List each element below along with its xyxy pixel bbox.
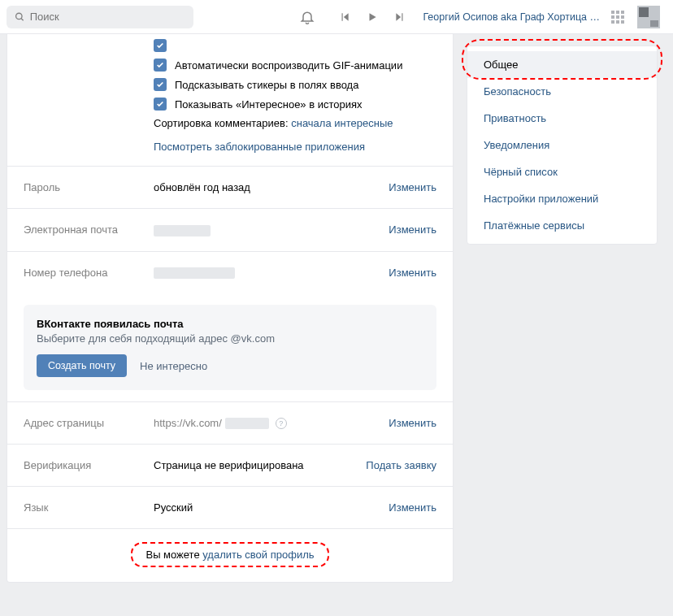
avatar[interactable] [637,6,660,28]
checkbox-label: Показывать «Интересное» в историях [175,98,363,111]
address-label: Адрес страницы [24,417,154,429]
verification-label: Верификация [24,459,154,471]
sidebar-container: Общее Безопасность Приватность Уведомлен… [467,46,658,245]
password-change-link[interactable]: Изменить [389,181,436,193]
mail-banner: ВКонтакте появилась почта Выберите для с… [24,305,436,390]
email-label: Электронная почта [24,223,154,236]
prev-track-icon[interactable] [333,6,356,28]
blocked-apps-link[interactable]: Посмотреть заблокированные приложения [154,141,365,153]
address-value: https://vk.com/ ? [154,417,389,429]
sidebar-item-notifications[interactable]: Уведомления [467,132,657,158]
comment-sort-row: Сортировка комментариев: сначала интерес… [24,114,436,132]
sort-value-link[interactable]: сначала интересные [291,117,393,129]
password-label: Пароль [24,181,154,193]
checkbox-icon [154,39,167,52]
not-interested-button[interactable]: Не интересно [140,360,207,372]
app-header: Георгий Осипов aka Граф Хортица … [0,0,673,34]
apps-grid-icon[interactable] [606,6,629,28]
notifications-icon[interactable] [296,6,319,28]
svg-line-1 [21,18,24,20]
mail-banner-title: ВКонтакте появилась почта [37,318,423,330]
checkbox-icon [154,98,167,111]
verification-row: Верификация Страница не верифицирована П… [7,444,453,486]
svg-point-0 [16,13,22,19]
delete-prefix: Вы можете [145,549,202,561]
language-value: Русский [154,501,389,514]
checkbox-interesting[interactable]: Показывать «Интересное» в историях [24,94,436,114]
checkbox-stickers[interactable]: Подсказывать стикеры в полях ввода [24,75,436,94]
password-value: обновлён год назад [154,181,389,193]
delete-profile-row: Вы можете удалить свой профиль [7,528,453,582]
sidebar-item-blacklist[interactable]: Чёрный список [467,158,657,185]
checkbox-label: Подсказывать стикеры в полях ввода [175,79,358,91]
track-title[interactable]: Георгий Осипов aka Граф Хортица … [423,11,600,23]
sort-label: Сортировка комментариев: [154,117,291,129]
play-icon[interactable] [361,6,384,28]
delete-profile-link[interactable]: удалить свой профиль [202,549,314,561]
verification-value: Страница не верифицирована [154,459,366,471]
checkbox-row-half[interactable] [24,39,436,55]
address-row: Адрес страницы https://vk.com/ ? Изменит… [7,401,453,444]
sidebar-item-general[interactable]: Общее [467,51,657,78]
search-icon [15,11,25,23]
settings-sidebar: Общее Безопасность Приватность Уведомлен… [467,46,658,245]
password-row: Пароль обновлён год назад Изменить [7,166,453,208]
checkbox-label: Автоматически воспроизводить GIF-анимаци… [175,59,402,72]
checkbox-icon [154,59,167,72]
search-input[interactable] [30,11,185,23]
settings-main-panel: Автоматически воспроизводить GIF-анимаци… [7,34,454,583]
sidebar-item-apps[interactable]: Настройки приложений [467,185,657,212]
phone-value [154,267,389,280]
sidebar-item-privacy[interactable]: Приватность [467,105,657,132]
language-row: Язык Русский Изменить [7,486,453,528]
verification-request-link[interactable]: Подать заявку [366,459,436,471]
checkbox-icon [154,78,167,91]
delete-highlight: Вы можете удалить свой профиль [131,542,328,567]
language-label: Язык [24,501,154,514]
sidebar-item-security[interactable]: Безопасность [467,78,657,105]
language-change-link[interactable]: Изменить [389,501,436,514]
phone-label: Номер телефона [24,267,154,279]
music-controls: Георгий Осипов aka Граф Хортица … [333,6,600,28]
blocked-apps-row: Посмотреть заблокированные приложения [24,132,436,156]
email-change-link[interactable]: Изменить [389,223,436,236]
address-change-link[interactable]: Изменить [389,417,436,429]
address-prefix: https://vk.com/ [154,417,222,429]
mail-banner-subtitle: Выберите для себя подходящий адрес @vk.c… [37,332,423,345]
help-icon[interactable]: ? [276,418,287,429]
phone-change-link[interactable]: Изменить [389,267,436,279]
search-box[interactable] [7,6,193,28]
checkbox-gif[interactable]: Автоматически воспроизводить GIF-анимаци… [24,55,436,75]
create-mail-button[interactable]: Создать почту [37,354,127,377]
next-track-icon[interactable] [389,6,411,28]
email-row: Электронная почта Изменить [7,208,453,251]
sidebar-item-payments[interactable]: Платёжные сервисы [467,212,657,239]
phone-row: Номер телефона Изменить [7,251,453,294]
email-value [154,223,389,236]
